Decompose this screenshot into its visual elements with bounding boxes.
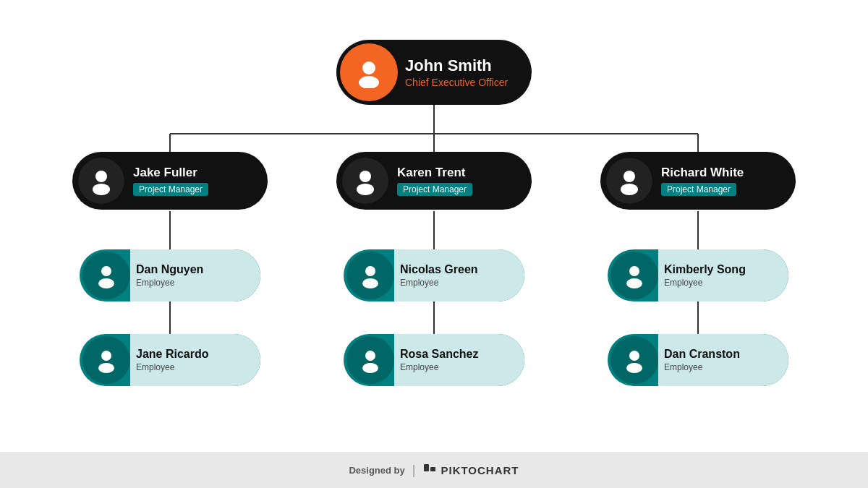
svg-point-23 <box>365 266 375 276</box>
footer: Designed by | PIKTOCHART <box>0 452 868 488</box>
svg-point-13 <box>95 171 107 182</box>
svg-point-29 <box>629 351 639 361</box>
svg-point-20 <box>98 278 114 288</box>
emp2-name: Jane Ricardo <box>136 348 255 361</box>
emp5-name: Kimberly Song <box>664 263 783 276</box>
emp5-title: Employee <box>664 278 783 288</box>
pm3-avatar <box>603 155 655 207</box>
pm2-title: Project Manager <box>397 183 472 196</box>
emp1-title: Employee <box>136 278 255 288</box>
svg-point-25 <box>365 351 375 361</box>
emp3-avatar <box>346 252 394 299</box>
svg-rect-31 <box>424 464 429 471</box>
svg-point-30 <box>626 363 642 373</box>
emp4-node: Rosa Sanchez Employee <box>344 334 524 386</box>
person-icon <box>93 346 120 374</box>
org-chart: John Smith Chief Executive Officer Jake … <box>0 0 868 452</box>
ceo-info: John Smith Chief Executive Officer <box>398 56 532 88</box>
piktochart-icon <box>422 463 437 477</box>
ceo-name: John Smith <box>405 56 524 75</box>
pm2-avatar <box>339 155 391 207</box>
person-icon <box>615 166 644 195</box>
brand-logo: PIKTOCHART <box>422 463 519 477</box>
brand-name: PIKTOCHART <box>441 464 519 476</box>
emp6-title: Employee <box>664 362 783 372</box>
emp4-name: Rosa Sanchez <box>400 348 519 361</box>
ceo-title: Chief Executive Officer <box>405 77 524 88</box>
pm2-name: Karen Trent <box>397 166 526 180</box>
ceo-node: John Smith Chief Executive Officer <box>336 40 532 105</box>
emp3-node: Nicolas Green Employee <box>344 249 524 301</box>
designed-by-label: Designed by <box>349 465 404 476</box>
pm3-node: Richard White Project Manager <box>600 152 796 210</box>
emp4-info: Rosa Sanchez Employee <box>394 334 524 386</box>
emp6-name: Dan Cranston <box>664 348 783 361</box>
svg-point-28 <box>626 278 642 288</box>
pm1-name: Jake Fuller <box>133 166 262 180</box>
emp2-avatar <box>82 336 130 384</box>
svg-point-27 <box>629 266 639 276</box>
emp6-avatar <box>610 336 658 384</box>
emp4-title: Employee <box>400 362 519 372</box>
svg-point-14 <box>93 184 110 195</box>
pm3-info: Richard White Project Manager <box>655 166 796 196</box>
emp5-node: Kimberly Song Employee <box>608 249 788 301</box>
emp2-info: Jane Ricardo Employee <box>130 334 260 386</box>
svg-rect-32 <box>430 467 435 471</box>
svg-point-24 <box>362 278 378 288</box>
svg-point-26 <box>362 363 378 373</box>
org-chart-area: John Smith Chief Executive Officer Jake … <box>0 0 868 452</box>
pm3-title: Project Manager <box>661 183 736 196</box>
emp2-node: Jane Ricardo Employee <box>80 334 260 386</box>
svg-point-19 <box>101 266 111 276</box>
emp3-info: Nicolas Green Employee <box>394 249 524 301</box>
svg-point-11 <box>362 61 375 74</box>
emp1-info: Dan Nguyen Employee <box>130 249 260 301</box>
svg-point-21 <box>101 351 111 361</box>
svg-point-12 <box>359 76 379 88</box>
emp1-avatar <box>82 252 130 299</box>
pm1-title: Project Manager <box>133 183 208 196</box>
person-icon <box>351 166 380 195</box>
person-icon <box>93 262 120 289</box>
emp2-title: Employee <box>136 362 255 372</box>
pm2-info: Karen Trent Project Manager <box>391 166 532 196</box>
emp6-info: Dan Cranston Employee <box>658 334 788 386</box>
emp5-info: Kimberly Song Employee <box>658 249 788 301</box>
svg-point-18 <box>621 184 638 195</box>
emp6-node: Dan Cranston Employee <box>608 334 788 386</box>
person-icon <box>621 262 648 289</box>
svg-point-15 <box>359 171 371 182</box>
person-icon <box>353 56 385 88</box>
ceo-avatar <box>340 43 398 101</box>
emp3-title: Employee <box>400 278 519 288</box>
person-icon <box>357 346 384 374</box>
person-icon <box>87 166 116 195</box>
pm3-name: Richard White <box>661 166 790 180</box>
emp3-name: Nicolas Green <box>400 263 519 276</box>
footer-divider: | <box>412 463 416 478</box>
emp4-avatar <box>346 336 394 384</box>
emp1-node: Dan Nguyen Employee <box>80 249 260 301</box>
person-icon <box>357 262 384 289</box>
pm1-node: Jake Fuller Project Manager <box>72 152 268 210</box>
svg-point-17 <box>624 171 635 182</box>
person-icon <box>621 346 648 374</box>
svg-point-16 <box>357 184 374 195</box>
pm1-avatar <box>75 155 127 207</box>
emp1-name: Dan Nguyen <box>136 263 255 276</box>
pm2-node: Karen Trent Project Manager <box>336 152 532 210</box>
pm1-info: Jake Fuller Project Manager <box>127 166 268 196</box>
emp5-avatar <box>610 252 658 299</box>
svg-point-22 <box>98 363 114 373</box>
